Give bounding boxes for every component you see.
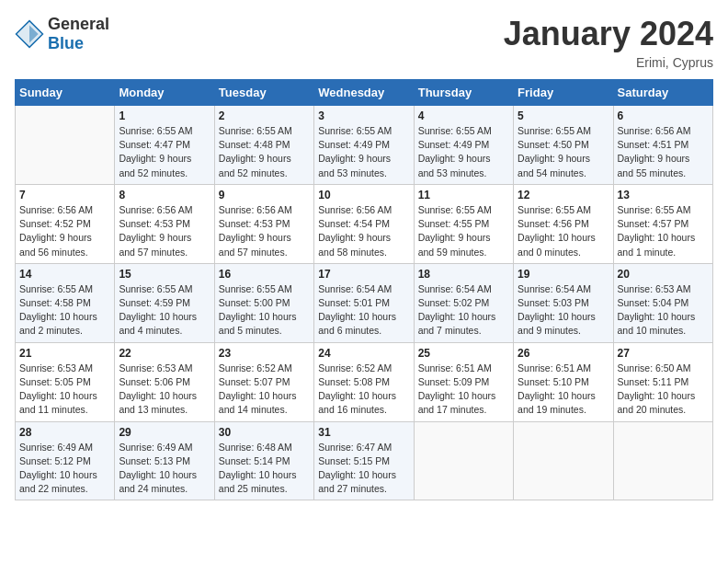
day-info: Sunrise: 6:55 AMSunset: 4:57 PMDaylight:… xyxy=(618,203,709,259)
day-number: 23 xyxy=(219,347,310,360)
location: Erimi, Cyprus xyxy=(504,55,713,70)
day-number: 17 xyxy=(318,268,409,281)
day-info: Sunrise: 6:52 AMSunset: 5:07 PMDaylight:… xyxy=(219,362,310,418)
day-number: 14 xyxy=(19,268,110,281)
calendar-cell: 12Sunrise: 6:55 AMSunset: 4:56 PMDayligh… xyxy=(514,184,613,263)
day-number: 13 xyxy=(618,189,709,201)
calendar-cell: 18Sunrise: 6:54 AMSunset: 5:02 PMDayligh… xyxy=(414,263,513,342)
calendar-cell: 7Sunrise: 6:56 AMSunset: 4:52 PMDaylight… xyxy=(16,184,115,263)
col-header-wednesday: Wednesday xyxy=(314,80,414,106)
day-number: 5 xyxy=(518,109,609,122)
day-number: 9 xyxy=(219,189,310,201)
calendar-cell: 22Sunrise: 6:53 AMSunset: 5:06 PMDayligh… xyxy=(115,342,214,421)
col-header-monday: Monday xyxy=(115,80,214,106)
day-number: 2 xyxy=(219,109,310,122)
calendar-cell: 23Sunrise: 6:52 AMSunset: 5:07 PMDayligh… xyxy=(214,342,313,421)
day-info: Sunrise: 6:56 AMSunset: 4:52 PMDaylight:… xyxy=(19,203,110,259)
day-number: 18 xyxy=(418,268,509,281)
day-number: 22 xyxy=(119,347,210,360)
logo-icon xyxy=(15,19,44,49)
calendar-cell: 14Sunrise: 6:55 AMSunset: 4:58 PMDayligh… xyxy=(16,263,115,342)
day-number: 20 xyxy=(618,268,709,281)
calendar-cell: 24Sunrise: 6:52 AMSunset: 5:08 PMDayligh… xyxy=(314,342,414,421)
day-info: Sunrise: 6:55 AMSunset: 4:50 PMDaylight:… xyxy=(518,124,609,180)
day-number: 27 xyxy=(618,347,709,360)
calendar-cell: 27Sunrise: 6:50 AMSunset: 5:11 PMDayligh… xyxy=(613,342,712,421)
day-number: 4 xyxy=(418,109,509,122)
calendar-cell: 29Sunrise: 6:49 AMSunset: 5:13 PMDayligh… xyxy=(115,421,214,500)
calendar-cell: 8Sunrise: 6:56 AMSunset: 4:53 PMDaylight… xyxy=(115,184,214,263)
day-info: Sunrise: 6:56 AMSunset: 4:54 PMDaylight:… xyxy=(318,203,409,259)
day-number: 19 xyxy=(518,268,609,281)
day-number: 6 xyxy=(618,109,709,122)
page-header: General Blue January 2024 Erimi, Cyprus xyxy=(15,15,713,70)
day-info: Sunrise: 6:55 AMSunset: 4:47 PMDaylight:… xyxy=(119,124,210,180)
logo-general: General xyxy=(48,15,109,33)
calendar-week-row: 7Sunrise: 6:56 AMSunset: 4:52 PMDaylight… xyxy=(16,184,713,263)
calendar-week-row: 1Sunrise: 6:55 AMSunset: 4:47 PMDaylight… xyxy=(16,106,713,185)
day-info: Sunrise: 6:48 AMSunset: 5:14 PMDaylight:… xyxy=(219,441,310,497)
day-number: 28 xyxy=(19,426,110,439)
day-number: 31 xyxy=(318,426,409,439)
day-info: Sunrise: 6:54 AMSunset: 5:02 PMDaylight:… xyxy=(418,282,509,339)
day-info: Sunrise: 6:56 AMSunset: 4:53 PMDaylight:… xyxy=(219,203,310,259)
day-number: 15 xyxy=(119,268,210,281)
calendar-cell: 28Sunrise: 6:49 AMSunset: 5:12 PMDayligh… xyxy=(16,421,115,500)
day-info: Sunrise: 6:55 AMSunset: 4:49 PMDaylight:… xyxy=(418,124,509,180)
calendar-cell xyxy=(613,421,712,500)
logo: General Blue xyxy=(15,15,109,53)
calendar-cell: 2Sunrise: 6:55 AMSunset: 4:48 PMDaylight… xyxy=(214,106,313,185)
day-info: Sunrise: 6:54 AMSunset: 5:03 PMDaylight:… xyxy=(518,282,609,339)
day-info: Sunrise: 6:55 AMSunset: 5:00 PMDaylight:… xyxy=(219,282,310,339)
col-header-thursday: Thursday xyxy=(414,80,513,106)
calendar-cell: 4Sunrise: 6:55 AMSunset: 4:49 PMDaylight… xyxy=(414,106,513,185)
col-header-tuesday: Tuesday xyxy=(214,80,313,106)
calendar-cell: 16Sunrise: 6:55 AMSunset: 5:00 PMDayligh… xyxy=(214,263,313,342)
calendar-cell xyxy=(414,421,513,500)
calendar-cell: 21Sunrise: 6:53 AMSunset: 5:05 PMDayligh… xyxy=(16,342,115,421)
day-number: 29 xyxy=(119,426,210,439)
day-number: 1 xyxy=(119,109,210,122)
calendar-cell: 9Sunrise: 6:56 AMSunset: 4:53 PMDaylight… xyxy=(214,184,313,263)
day-info: Sunrise: 6:50 AMSunset: 5:11 PMDaylight:… xyxy=(618,362,709,418)
day-info: Sunrise: 6:55 AMSunset: 4:48 PMDaylight:… xyxy=(219,124,310,180)
day-info: Sunrise: 6:54 AMSunset: 5:01 PMDaylight:… xyxy=(318,282,409,339)
calendar-cell: 6Sunrise: 6:56 AMSunset: 4:51 PMDaylight… xyxy=(613,106,712,185)
calendar-cell: 19Sunrise: 6:54 AMSunset: 5:03 PMDayligh… xyxy=(514,263,613,342)
day-info: Sunrise: 6:55 AMSunset: 4:49 PMDaylight:… xyxy=(318,124,409,180)
day-info: Sunrise: 6:55 AMSunset: 4:58 PMDaylight:… xyxy=(19,282,110,339)
day-number: 10 xyxy=(318,189,409,201)
col-header-friday: Friday xyxy=(514,80,613,106)
calendar-cell: 26Sunrise: 6:51 AMSunset: 5:10 PMDayligh… xyxy=(514,342,613,421)
day-number: 21 xyxy=(19,347,110,360)
day-info: Sunrise: 6:51 AMSunset: 5:09 PMDaylight:… xyxy=(418,362,509,418)
calendar-cell: 20Sunrise: 6:53 AMSunset: 5:04 PMDayligh… xyxy=(613,263,712,342)
calendar-cell xyxy=(16,106,115,185)
calendar-cell: 30Sunrise: 6:48 AMSunset: 5:14 PMDayligh… xyxy=(214,421,313,500)
calendar-cell: 17Sunrise: 6:54 AMSunset: 5:01 PMDayligh… xyxy=(314,263,414,342)
calendar-week-row: 28Sunrise: 6:49 AMSunset: 5:12 PMDayligh… xyxy=(16,421,713,500)
day-number: 7 xyxy=(19,189,110,201)
calendar-cell: 31Sunrise: 6:47 AMSunset: 5:15 PMDayligh… xyxy=(314,421,414,500)
day-info: Sunrise: 6:49 AMSunset: 5:12 PMDaylight:… xyxy=(19,441,110,497)
day-info: Sunrise: 6:56 AMSunset: 4:53 PMDaylight:… xyxy=(119,203,210,259)
day-number: 8 xyxy=(119,189,210,201)
day-number: 26 xyxy=(518,347,609,360)
calendar-cell: 3Sunrise: 6:55 AMSunset: 4:49 PMDaylight… xyxy=(314,106,414,185)
day-info: Sunrise: 6:47 AMSunset: 5:15 PMDaylight:… xyxy=(318,441,409,497)
calendar-week-row: 14Sunrise: 6:55 AMSunset: 4:58 PMDayligh… xyxy=(16,263,713,342)
day-info: Sunrise: 6:53 AMSunset: 5:04 PMDaylight:… xyxy=(618,282,709,339)
day-number: 30 xyxy=(219,426,310,439)
day-info: Sunrise: 6:56 AMSunset: 4:51 PMDaylight:… xyxy=(618,124,709,180)
calendar-cell: 15Sunrise: 6:55 AMSunset: 4:59 PMDayligh… xyxy=(115,263,214,342)
day-number: 16 xyxy=(219,268,310,281)
calendar-cell: 10Sunrise: 6:56 AMSunset: 4:54 PMDayligh… xyxy=(314,184,414,263)
day-number: 25 xyxy=(418,347,509,360)
title-block: January 2024 Erimi, Cyprus xyxy=(504,15,713,70)
day-info: Sunrise: 6:55 AMSunset: 4:59 PMDaylight:… xyxy=(119,282,210,339)
calendar-table: SundayMondayTuesdayWednesdayThursdayFrid… xyxy=(15,79,713,500)
day-info: Sunrise: 6:55 AMSunset: 4:55 PMDaylight:… xyxy=(418,203,509,259)
calendar-cell xyxy=(514,421,613,500)
day-number: 12 xyxy=(518,189,609,201)
day-info: Sunrise: 6:53 AMSunset: 5:05 PMDaylight:… xyxy=(19,362,110,418)
